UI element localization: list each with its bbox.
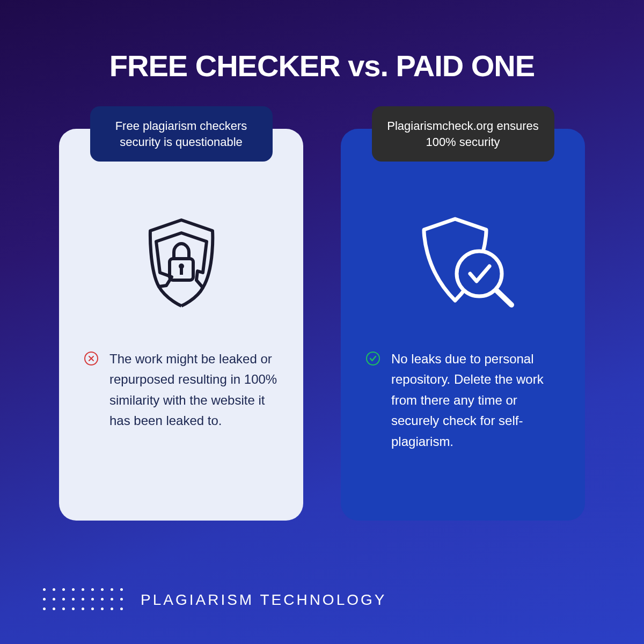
dot-grid-icon (43, 588, 125, 612)
svg-line-5 (497, 291, 511, 305)
check-circle-icon (365, 351, 380, 368)
free-checker-description: The work might be leaked or repurposed r… (109, 349, 279, 431)
paid-checker-badge: Plagiarismcheck.org ensures 100% securit… (372, 106, 554, 162)
paid-checker-description: No leaks due to personal repository. Del… (391, 349, 560, 452)
footer-brand: PLAGIARISM TECHNOLOGY (141, 591, 386, 609)
free-checker-badge: Free plagiarism checkers security is que… (90, 106, 273, 162)
svg-point-6 (367, 352, 379, 365)
svg-rect-2 (180, 267, 183, 275)
x-circle-icon (84, 351, 99, 368)
paid-checker-card: Plagiarismcheck.org ensures 100% securit… (341, 129, 585, 521)
broken-shield-icon (84, 209, 279, 317)
free-checker-card: Free plagiarism checkers security is que… (59, 129, 303, 521)
page-title: FREE CHECKER vs. PAID ONE (0, 0, 644, 83)
shield-check-icon (365, 209, 560, 317)
paid-checker-description-row: No leaks due to personal repository. Del… (365, 349, 560, 452)
footer: PLAGIARISM TECHNOLOGY (43, 588, 386, 612)
free-checker-description-row: The work might be leaked or repurposed r… (84, 349, 279, 431)
comparison-cards: Free plagiarism checkers security is que… (0, 129, 644, 521)
